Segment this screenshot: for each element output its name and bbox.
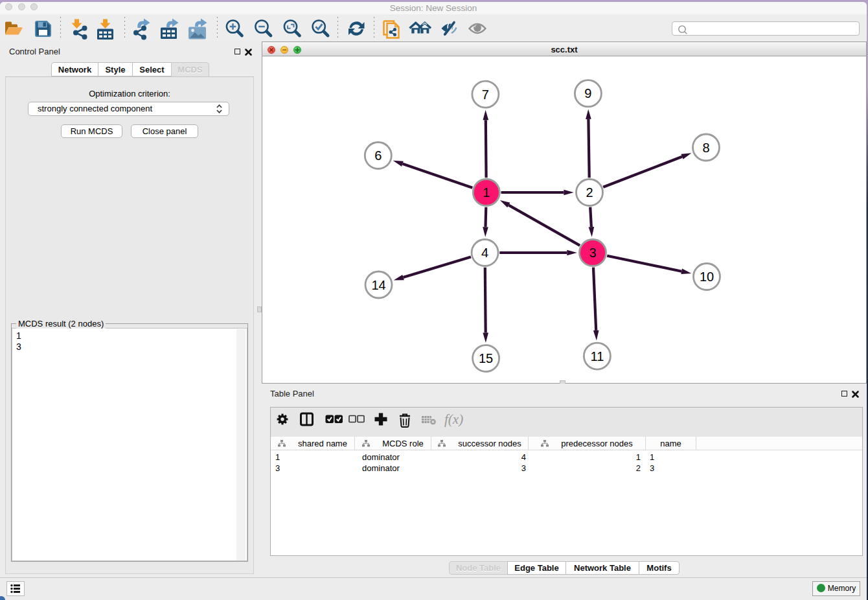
svg-text:7: 7 (482, 87, 489, 102)
svg-text:9: 9 (584, 86, 591, 100)
svg-text:3: 3 (589, 246, 596, 260)
svg-text:15: 15 (479, 351, 493, 365)
svg-text:6: 6 (374, 148, 382, 163)
svg-text:8: 8 (702, 141, 709, 155)
svg-text:10: 10 (700, 270, 714, 284)
svg-text:4: 4 (481, 246, 488, 260)
svg-text:11: 11 (591, 349, 604, 363)
svg-text:14: 14 (371, 278, 385, 292)
svg-text:f(x): f(x) (444, 411, 463, 427)
svg-text:2: 2 (586, 185, 593, 200)
svg-text:1: 1 (483, 185, 490, 200)
